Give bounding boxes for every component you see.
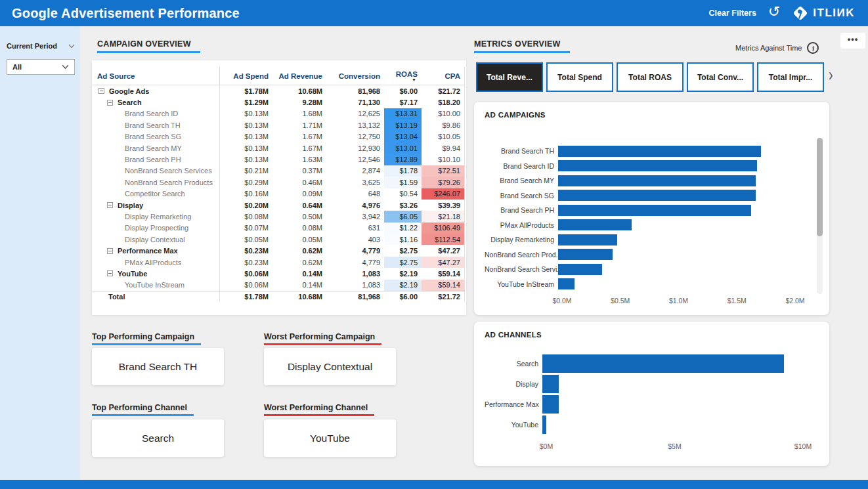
more-options-icon[interactable]: ••• <box>840 33 865 49</box>
chart-row: Brand Search SG <box>485 188 795 203</box>
bar[interactable] <box>558 278 575 289</box>
x-axis-tick: $2.0M <box>785 297 804 305</box>
logo-diamond-icon <box>792 5 809 22</box>
table-row[interactable]: Brand Search ID$0.13M1.68M12,625$13.31$1… <box>92 108 465 119</box>
collapse-icon[interactable] <box>107 270 113 276</box>
cell-cpa: $59.14 <box>422 280 465 291</box>
chevron-right-icon[interactable]: › <box>829 64 833 85</box>
category-label: Brand Search TH <box>485 147 558 155</box>
bar[interactable] <box>558 160 757 171</box>
row-label: NonBrand Search Products <box>125 179 213 186</box>
info-icon[interactable]: i <box>807 42 819 54</box>
col-header-conversion[interactable]: Conversion <box>326 67 384 85</box>
table-row[interactable]: Display Contextual$0.05M0.05M403$1.16$11… <box>92 234 465 245</box>
col-header-cpa[interactable]: CPA <box>422 67 465 85</box>
collapse-icon[interactable] <box>107 202 113 208</box>
bar[interactable] <box>558 249 613 260</box>
scrollbar-thumb[interactable] <box>817 138 823 236</box>
metric-button[interactable]: Total ROAS <box>617 62 684 92</box>
bar[interactable] <box>542 395 559 414</box>
bar[interactable] <box>542 375 559 393</box>
ad-campaigns-card: AD CAMPAIGNS Brand Search THBrand Search… <box>474 102 829 315</box>
bar[interactable] <box>542 415 546 434</box>
category-label: Brand Search PH <box>485 206 558 214</box>
table-row[interactable]: Brand Search MY$0.13M1.67M12,930$13.01$9… <box>92 142 465 154</box>
cell-ad-spend: $0.13M <box>220 142 272 154</box>
bar-track <box>558 262 795 277</box>
bar[interactable] <box>558 175 756 186</box>
collapse-icon[interactable] <box>107 100 113 106</box>
table-row[interactable]: Display Prospecting$0.07M0.08M631$1.22$1… <box>92 223 465 234</box>
cell-ad-revenue: 10.68M <box>272 85 326 96</box>
row-label: Brand Search MY <box>125 144 182 152</box>
cell-ad-revenue: 10.68M <box>272 291 326 302</box>
cell-ad-spend: $0.06M <box>220 268 272 279</box>
table-row[interactable]: YouTube InStream$0.06M0.14M1,083$2.19$59… <box>92 280 465 291</box>
cell-ad-revenue: 1.63M <box>272 154 326 165</box>
table-row[interactable]: NonBrand Search Products$0.29M0.46M3,625… <box>92 177 465 188</box>
table-row[interactable]: Brand Search SG$0.13M1.67M12,750$13.04$1… <box>92 131 465 142</box>
collapse-icon[interactable] <box>98 88 104 94</box>
metric-button[interactable]: Total Impr... <box>757 62 824 92</box>
table-row[interactable]: NonBrand Search Services$0.21M0.37M2,874… <box>92 165 465 177</box>
bar[interactable] <box>542 354 784 373</box>
metric-button[interactable]: Total Conv... <box>687 62 754 92</box>
bar[interactable] <box>558 264 602 275</box>
col-header-ad-spend[interactable]: Ad Spend <box>220 67 272 85</box>
vertical-scrollbar[interactable] <box>817 138 823 294</box>
table-row[interactable]: YouTube$0.06M0.14M1,083$2.19$59.14 <box>92 268 465 279</box>
cell-ad-revenue: 0.37M <box>272 165 326 177</box>
cell-roas: $13.01 <box>384 142 422 154</box>
row-label: YouTube <box>118 270 147 278</box>
bar-track <box>558 188 795 203</box>
table-row[interactable]: Display Remarketing$0.08M0.50M3,942$6.05… <box>92 211 465 222</box>
ad-channels-card: AD CHANNELS SearchDisplayPerformance Max… <box>474 322 829 466</box>
row-label: Brand Search ID <box>125 110 178 117</box>
metric-button[interactable]: Total Reve... <box>476 62 543 92</box>
brand-logo: ITLIИK <box>792 5 855 22</box>
collapse-icon[interactable] <box>107 248 113 254</box>
col-header-roas[interactable]: ROAS▼ <box>384 67 422 85</box>
table-row[interactable]: Google Ads$1.78M10.68M81,968$6.00$21.72 <box>92 85 465 96</box>
dashboard-page: Google Advertisement Performance Clear F… <box>0 0 868 489</box>
table-row[interactable]: Search$1.29M9.28M71,130$7.17$18.20 <box>92 96 465 108</box>
bar[interactable] <box>558 205 751 216</box>
bar[interactable] <box>558 190 756 201</box>
table-row[interactable]: Brand Search TH$0.13M1.71M13,132$13.19$9… <box>92 119 465 131</box>
cell-ad-revenue: 0.14M <box>272 268 326 279</box>
table-row[interactable]: Performance Max$0.23M0.62M4,779$2.75$47.… <box>92 245 465 256</box>
cell-ad-revenue: 0.08M <box>272 223 326 234</box>
col-header-ad-source[interactable]: Ad Source <box>92 67 220 85</box>
chart-row: NonBrand Search Prod... <box>485 247 795 263</box>
bar[interactable] <box>558 234 617 245</box>
row-label: Total <box>108 293 125 301</box>
cell-ad-revenue: 0.05M <box>272 234 326 245</box>
chart-row: Search <box>485 353 803 373</box>
bar-track <box>542 414 803 435</box>
bar[interactable] <box>558 146 761 157</box>
cell-ad-revenue: 1.71M <box>272 119 326 131</box>
campaign-overview-title: CAMPAIGN OVERVIEW <box>97 39 200 53</box>
cell-roas: $2.19 <box>384 280 422 291</box>
col-header-ad-revenue[interactable]: Ad Revenue <box>272 67 326 85</box>
table-row[interactable]: Brand Search PH$0.13M1.63M12,546$12.89$1… <box>92 154 465 165</box>
table-row[interactable]: Competitor Search$0.16M0.09M648$0.54$246… <box>92 188 465 200</box>
bar[interactable] <box>558 219 632 230</box>
clear-filters-button[interactable]: Clear Filters <box>709 9 756 18</box>
metric-button[interactable]: Total Spend <box>546 62 613 92</box>
table-row[interactable]: PMax AllProducts$0.23M0.62M4,779$2.75$47… <box>92 257 465 268</box>
cell-ad-revenue: 0.50M <box>272 211 326 222</box>
cell-conversion: 1,083 <box>326 280 384 291</box>
bar-track <box>558 203 795 218</box>
chart-row: YouTube InStream <box>485 277 795 292</box>
period-slicer-header[interactable]: Current Period <box>7 42 75 50</box>
cell-conversion: 648 <box>326 188 384 200</box>
undo-icon[interactable]: ↺ <box>768 5 780 18</box>
table-row[interactable]: Display$0.20M0.64M4,976$3.26$39.39 <box>92 200 465 211</box>
table-row[interactable]: Total$1.78M10.68M81,968$6.00$21.72 <box>92 291 465 302</box>
category-label: YouTube <box>485 421 542 429</box>
cell-cpa: $106.49 <box>422 223 465 234</box>
category-label: Brand Search SG <box>485 192 558 200</box>
period-dropdown[interactable]: All <box>7 59 75 75</box>
x-axis-tick: $1.5M <box>727 297 747 305</box>
